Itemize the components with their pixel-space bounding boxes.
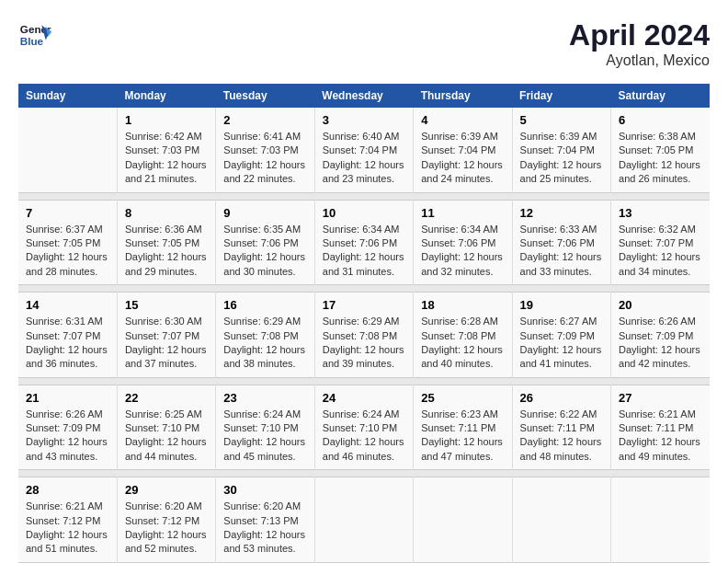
calendar-cell: 6Sunrise: 6:38 AMSunset: 7:05 PMDaylight… (611, 108, 710, 192)
day-number: 24 (323, 391, 405, 405)
day-number: 15 (125, 298, 208, 312)
cell-content: Sunrise: 6:39 AMSunset: 7:04 PMDaylight:… (520, 130, 603, 187)
calendar-cell: 10Sunrise: 6:34 AMSunset: 7:06 PMDayligh… (314, 200, 413, 285)
cell-content: Sunrise: 6:26 AMSunset: 7:09 PMDaylight:… (26, 408, 109, 465)
calendar-cell: 18Sunrise: 6:28 AMSunset: 7:08 PMDayligh… (414, 293, 512, 378)
calendar-cell: 25Sunrise: 6:23 AMSunset: 7:11 PMDayligh… (414, 385, 512, 470)
calendar-cell: 7Sunrise: 6:37 AMSunset: 7:05 PMDaylight… (18, 200, 117, 285)
day-number: 26 (520, 391, 603, 405)
cell-content: Sunrise: 6:35 AMSunset: 7:06 PMDaylight:… (223, 223, 306, 280)
calendar-cell: 22Sunrise: 6:25 AMSunset: 7:10 PMDayligh… (117, 385, 215, 470)
day-number: 29 (125, 483, 208, 497)
calendar-cell: 8Sunrise: 6:36 AMSunset: 7:05 PMDaylight… (117, 200, 215, 285)
title-block: April 2024 Ayotlan, Mexico (569, 18, 710, 69)
day-number: 9 (223, 206, 306, 220)
day-number: 17 (323, 298, 405, 312)
page-header: General Blue April 2024 Ayotlan, Mexico (18, 18, 710, 69)
day-number: 19 (520, 298, 603, 312)
day-number: 21 (26, 391, 109, 405)
day-number: 10 (323, 206, 405, 220)
header-day: Sunday (18, 84, 117, 108)
cell-content: Sunrise: 6:39 AMSunset: 7:04 PMDaylight:… (421, 130, 504, 187)
cell-content: Sunrise: 6:23 AMSunset: 7:11 PMDaylight:… (421, 408, 504, 465)
week-row: 14Sunrise: 6:31 AMSunset: 7:07 PMDayligh… (18, 293, 710, 378)
week-row: 21Sunrise: 6:26 AMSunset: 7:09 PMDayligh… (18, 385, 710, 470)
cell-content: Sunrise: 6:20 AMSunset: 7:12 PMDaylight:… (125, 500, 208, 557)
calendar-cell: 26Sunrise: 6:22 AMSunset: 7:11 PMDayligh… (512, 385, 610, 470)
calendar-cell (414, 477, 512, 563)
week-separator (18, 377, 710, 385)
day-number: 1 (125, 113, 208, 127)
week-separator (18, 285, 710, 293)
calendar-cell: 24Sunrise: 6:24 AMSunset: 7:10 PMDayligh… (314, 385, 413, 470)
day-number: 14 (26, 298, 109, 312)
calendar-cell: 1Sunrise: 6:42 AMSunset: 7:03 PMDaylight… (117, 108, 215, 192)
cell-content: Sunrise: 6:31 AMSunset: 7:07 PMDaylight:… (26, 315, 109, 372)
calendar-cell: 23Sunrise: 6:24 AMSunset: 7:10 PMDayligh… (216, 385, 314, 470)
svg-text:Blue: Blue (20, 35, 44, 47)
calendar-cell: 21Sunrise: 6:26 AMSunset: 7:09 PMDayligh… (18, 385, 117, 470)
day-number: 18 (421, 298, 504, 312)
day-number: 28 (26, 483, 109, 497)
header-day: Wednesday (314, 84, 413, 108)
day-number: 2 (223, 113, 306, 127)
cell-content: Sunrise: 6:20 AMSunset: 7:13 PMDaylight:… (223, 500, 306, 557)
cell-content: Sunrise: 6:34 AMSunset: 7:06 PMDaylight:… (323, 223, 405, 280)
cell-content: Sunrise: 6:29 AMSunset: 7:08 PMDaylight:… (223, 315, 306, 372)
cell-content: Sunrise: 6:22 AMSunset: 7:11 PMDaylight:… (520, 408, 603, 465)
header-day: Thursday (414, 84, 512, 108)
cell-content: Sunrise: 6:25 AMSunset: 7:10 PMDaylight:… (125, 408, 208, 465)
header-day: Saturday (611, 84, 710, 108)
calendar-cell: 3Sunrise: 6:40 AMSunset: 7:04 PMDaylight… (314, 108, 413, 192)
day-number: 4 (421, 113, 504, 127)
calendar-cell (314, 477, 413, 563)
calendar-cell: 28Sunrise: 6:21 AMSunset: 7:12 PMDayligh… (18, 477, 117, 563)
cell-content: Sunrise: 6:42 AMSunset: 7:03 PMDaylight:… (125, 130, 208, 187)
logo: General Blue (18, 18, 51, 52)
day-number: 7 (26, 206, 109, 220)
day-number: 13 (619, 206, 702, 220)
calendar-cell (512, 477, 610, 563)
calendar-cell: 30Sunrise: 6:20 AMSunset: 7:13 PMDayligh… (216, 477, 314, 563)
day-number: 3 (323, 113, 405, 127)
calendar-cell: 4Sunrise: 6:39 AMSunset: 7:04 PMDaylight… (414, 108, 512, 192)
week-separator (18, 470, 710, 477)
cell-content: Sunrise: 6:34 AMSunset: 7:06 PMDaylight:… (421, 223, 504, 280)
logo-icon: General Blue (18, 18, 51, 52)
day-number: 5 (520, 113, 603, 127)
calendar-cell: 27Sunrise: 6:21 AMSunset: 7:11 PMDayligh… (611, 385, 710, 470)
cell-content: Sunrise: 6:27 AMSunset: 7:09 PMDaylight:… (520, 315, 603, 372)
calendar-cell: 17Sunrise: 6:29 AMSunset: 7:08 PMDayligh… (314, 293, 413, 378)
calendar-cell: 16Sunrise: 6:29 AMSunset: 7:08 PMDayligh… (216, 293, 314, 378)
calendar-cell: 5Sunrise: 6:39 AMSunset: 7:04 PMDaylight… (512, 108, 610, 192)
day-number: 11 (421, 206, 504, 220)
cell-content: Sunrise: 6:29 AMSunset: 7:08 PMDaylight:… (323, 315, 405, 372)
cell-content: Sunrise: 6:32 AMSunset: 7:07 PMDaylight:… (619, 223, 702, 280)
cell-content: Sunrise: 6:30 AMSunset: 7:07 PMDaylight:… (125, 315, 208, 372)
separator-cell (18, 285, 710, 293)
calendar-table: SundayMondayTuesdayWednesdayThursdayFrid… (18, 84, 710, 563)
header-day: Friday (512, 84, 610, 108)
cell-content: Sunrise: 6:26 AMSunset: 7:09 PMDaylight:… (619, 315, 702, 372)
day-number: 20 (619, 298, 702, 312)
day-number: 6 (619, 113, 702, 127)
cell-content: Sunrise: 6:41 AMSunset: 7:03 PMDaylight:… (223, 130, 306, 187)
cell-content: Sunrise: 6:33 AMSunset: 7:06 PMDaylight:… (520, 223, 603, 280)
calendar-subtitle: Ayotlan, Mexico (569, 52, 710, 69)
separator-cell (18, 192, 710, 200)
header-day: Tuesday (216, 84, 314, 108)
calendar-cell: 19Sunrise: 6:27 AMSunset: 7:09 PMDayligh… (512, 293, 610, 378)
cell-content: Sunrise: 6:37 AMSunset: 7:05 PMDaylight:… (26, 223, 109, 280)
calendar-cell (18, 108, 117, 192)
week-row: 7Sunrise: 6:37 AMSunset: 7:05 PMDaylight… (18, 200, 710, 285)
cell-content: Sunrise: 6:24 AMSunset: 7:10 PMDaylight:… (223, 408, 306, 465)
calendar-cell: 12Sunrise: 6:33 AMSunset: 7:06 PMDayligh… (512, 200, 610, 285)
day-number: 23 (223, 391, 306, 405)
calendar-cell: 13Sunrise: 6:32 AMSunset: 7:07 PMDayligh… (611, 200, 710, 285)
week-separator (18, 192, 710, 200)
day-number: 30 (223, 483, 306, 497)
week-row: 1Sunrise: 6:42 AMSunset: 7:03 PMDaylight… (18, 108, 710, 192)
cell-content: Sunrise: 6:21 AMSunset: 7:12 PMDaylight:… (26, 500, 109, 557)
calendar-cell (611, 477, 710, 563)
calendar-cell: 2Sunrise: 6:41 AMSunset: 7:03 PMDaylight… (216, 108, 314, 192)
